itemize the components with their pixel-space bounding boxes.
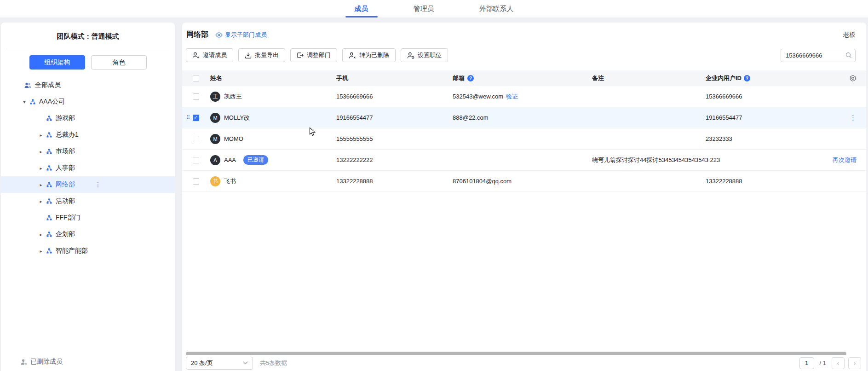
table-row[interactable]: ⠿ 书 飞书 13322228888 8706101804@qq.com 133… [182,171,866,192]
column-settings [798,75,866,82]
verify-email-link[interactable]: 验证 [506,93,518,101]
tree-item-all-members[interactable]: 全部成员 [1,77,175,93]
member-phone: 15555555555 [336,135,453,142]
avatar: M [210,113,220,123]
tree-item-label: 游戏部 [56,114,75,122]
deleted-members-link[interactable]: 已删除成员 [21,358,63,366]
search-icon[interactable] [845,52,852,58]
download-icon [245,52,252,59]
chevron-right-icon[interactable]: ▸ [38,232,44,237]
pagination-bar: 20 条/页 共5条数据 / 1 ‹ › [182,355,866,371]
chevron-down-icon[interactable]: ▾ [22,99,27,104]
row-checkbox[interactable] [193,136,199,142]
chevron-right-icon[interactable]: ▸ [38,182,44,187]
drag-handle[interactable]: ⠿ [186,136,193,141]
avatar: A [210,155,220,165]
panel-header: 网络部 显示子部门成员 老板 [182,23,866,40]
table-row[interactable]: ⠿ A AAA 已邀请 13222222222 绕弯儿翁探讨探讨44探讨5345… [182,150,866,171]
show-sub-department-toggle[interactable]: 显示子部门成员 [215,31,267,39]
avatar: 王 [210,92,220,102]
table-row[interactable]: ⠿ 王 凯西王 15366669666 532543@wew.com 验证 15… [182,86,866,107]
row-more-icon[interactable]: ⋮ [850,114,857,122]
tree-item-smart-capacity-dept[interactable]: ▸ 智能产能部 [1,243,175,259]
drag-handle[interactable]: ⠿ [186,94,193,99]
column-header-remark: 备注 [592,74,706,82]
tree-item-label: AAA公司 [39,98,65,106]
column-header-user-id: 企业内用户ID ? [706,74,798,82]
move-department-icon [297,52,304,58]
table-row[interactable]: ⠿ M MOMO 15555555555 23232333 [182,128,866,150]
chevron-right-icon[interactable]: ▸ [38,199,44,204]
tab-admins[interactable]: 管理员 [402,0,445,17]
reinvite-link[interactable]: 再次邀请 [833,156,857,164]
member-name: MOLLY改 [224,114,250,122]
page-number-input[interactable] [799,357,814,369]
department-icon [46,198,52,204]
button-label: 调整部门 [307,51,331,59]
invite-member-button[interactable]: 邀请成员 [186,48,233,62]
department-icon [46,132,52,138]
member-phone: 13322228888 [336,178,453,185]
drag-handle[interactable]: ⠿ [186,157,193,162]
column-settings-icon[interactable] [849,75,857,82]
chevron-right-icon[interactable]: ▸ [38,166,44,171]
row-checkbox[interactable] [193,93,199,100]
table-row[interactable]: ⠿ M MOLLY改 19166554477 888@22.com 191665… [182,107,866,128]
search-input[interactable] [781,49,856,62]
department-icon [30,99,35,104]
drag-handle[interactable]: ⠿ [186,115,193,120]
tree-item-label: 人事部 [56,164,75,172]
tree-item-hr-dept[interactable]: ▸ 人事部 [1,160,175,176]
table-header-row: 姓名 手机 邮箱 ? 备注 企业内用户ID ? [182,70,866,86]
tree-item-president-office[interactable]: ▸ 总裁办1 [1,127,175,143]
invited-status-badge: 已邀请 [243,155,268,165]
more-vertical-icon[interactable]: ⋮ [95,181,101,188]
chevron-right-icon[interactable]: ▸ [38,133,44,138]
tree-item-game-dept[interactable]: 游戏部 [1,110,175,127]
select-all-checkbox[interactable] [193,75,199,81]
drag-handle[interactable]: ⠿ [186,179,193,184]
owner-label: 老板 [843,31,856,39]
tree-item-activity-dept[interactable]: ▸ 活动部 [1,193,175,209]
chevron-right-icon[interactable]: ▸ [38,249,44,254]
roles-button[interactable]: 角色 [91,55,147,70]
tab-external-contacts[interactable]: 外部联系人 [468,0,525,17]
tree-item-network-dept[interactable]: ▸ 网络部 ⋮ [1,176,175,193]
help-icon[interactable]: ? [744,75,750,81]
move-to-deleted-button[interactable]: 转为已删除 [342,48,396,62]
members-table: 姓名 手机 邮箱 ? 备注 企业内用户ID ? ⠿ 王 凯西王 [182,70,866,192]
person-add-icon [192,52,200,59]
prev-page-button[interactable]: ‹ [832,357,845,369]
tree-item-fff-dept[interactable]: FFF部门 [1,209,175,226]
people-icon [24,82,31,88]
chevron-right-icon[interactable]: ▸ [38,149,44,154]
next-page-button[interactable]: › [848,357,861,369]
tree-item-label: FFF部门 [56,214,80,222]
page-size-select[interactable]: 20 条/页 [186,357,253,370]
department-icon [46,182,52,187]
member-phone: 15366669666 [336,93,453,100]
adjust-department-button[interactable]: 调整部门 [290,48,337,62]
avatar: M [210,134,220,144]
tree-item-label: 网络部 [56,180,75,189]
button-label: 批量导出 [255,51,279,59]
tree-item-company[interactable]: ▾ AAA公司 [1,93,175,110]
tree-item-label: 全部成员 [35,81,61,89]
tab-members[interactable]: 成员 [344,0,379,17]
batch-export-button[interactable]: 批量导出 [238,48,285,62]
row-checkbox[interactable] [193,115,199,121]
department-icon [46,165,52,171]
person-remove-icon [349,52,356,59]
help-icon[interactable]: ? [467,75,474,81]
row-checkbox[interactable] [193,157,199,163]
tree-item-planning-dept[interactable]: ▸ 企划部 [1,226,175,243]
search-box [781,49,856,62]
set-position-button[interactable]: 设置职位 [401,48,448,62]
tree-item-label: 智能产能部 [56,247,88,255]
member-name: MOMO [224,135,243,142]
tree-item-market-dept[interactable]: ▸ 市场部 [1,143,175,160]
org-structure-button[interactable]: 组织架构 [29,55,85,70]
row-checkbox[interactable] [193,178,199,185]
tree-item-label: 总裁办1 [56,131,79,139]
button-label: 设置职位 [418,51,442,59]
